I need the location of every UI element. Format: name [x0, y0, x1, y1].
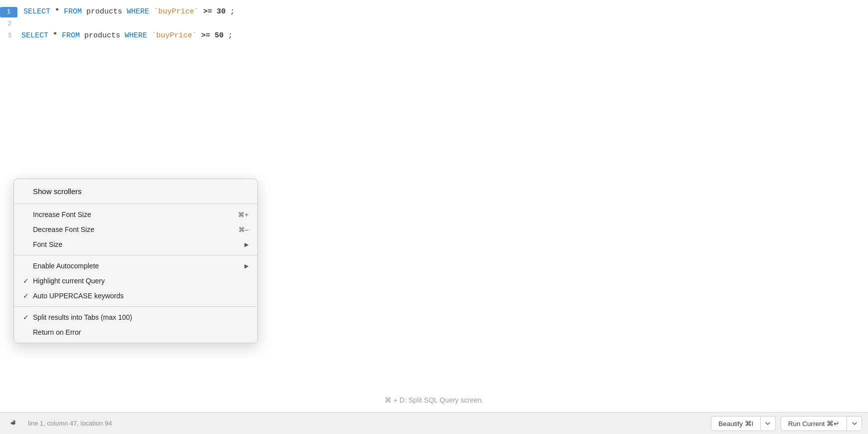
line-number-1: 1: [0, 7, 17, 17]
keyword: WHERE: [127, 7, 149, 16]
checkmark-icon: ✓: [23, 313, 33, 321]
line-content-3: SELECT * FROM products WHERE `buyPrice` …: [17, 30, 868, 42]
operator: *: [53, 31, 62, 40]
menu-item-auto-uppercase[interactable]: ✓ Auto UPPERCASE keywords: [14, 288, 257, 303]
line-content-1: SELECT * FROM products WHERE `buyPrice` …: [19, 6, 868, 18]
empty-hint: ⌘ + D: Split SQL Query screen.: [385, 396, 483, 404]
keyword: WHERE: [125, 31, 147, 40]
punctuation: ;: [230, 7, 234, 16]
number: 30: [217, 7, 225, 16]
line-number-2: 2: [0, 19, 17, 29]
menu-section-4: ✓ Split results into Tabs (max 100) Retu…: [14, 306, 257, 343]
table-name: products: [84, 31, 125, 40]
menu-section-1: Show scrollers: [14, 179, 257, 204]
column-name: `buyPrice`: [154, 7, 199, 16]
checkmark-icon: ✓: [23, 292, 33, 300]
beautify-dropdown-button[interactable]: [761, 416, 776, 431]
menu-item-enable-autocomplete[interactable]: Enable Autocomplete ▶: [14, 258, 257, 273]
menu-section-2: Increase Font Size ⌘+ Decrease Font Size…: [14, 204, 257, 255]
shortcut-increase-font: ⌘+: [238, 211, 248, 218]
operator: *: [55, 7, 64, 16]
menu-label-enable-autocomplete: Enable Autocomplete: [33, 262, 99, 270]
table-name: products: [86, 7, 127, 16]
chevron-down-icon: [852, 421, 858, 427]
code-line-1[interactable]: 1 SELECT * FROM products WHERE `buyPrice…: [0, 6, 868, 18]
line-content-2: [17, 18, 868, 30]
submenu-arrow-icon: ▶: [244, 263, 248, 269]
menu-item-increase-font[interactable]: Increase Font Size ⌘+: [14, 207, 257, 222]
operator: >=: [203, 7, 212, 16]
editor-area: 1 SELECT * FROM products WHERE `buyPrice…: [0, 0, 868, 434]
keyword: SELECT: [21, 31, 48, 40]
column-name: `buyPrice`: [152, 31, 197, 40]
status-text: line 1, column 47, location 94: [28, 420, 112, 427]
submenu-arrow-icon: ▶: [244, 241, 248, 248]
menu-item-font-size[interactable]: Font Size ▶: [14, 237, 257, 252]
menu-label-show-scrollers: Show scrollers: [33, 187, 82, 196]
gear-button[interactable]: [6, 416, 21, 431]
checkmark-icon: ✓: [23, 277, 33, 285]
shortcut-decrease-font: ⌘–: [238, 226, 248, 233]
gear-icon: [9, 419, 18, 428]
chevron-down-icon: [765, 421, 771, 427]
bottom-bar: line 1, column 47, location 94 Beautify …: [0, 412, 868, 434]
menu-label-return-on-error: Return on Error: [33, 328, 81, 336]
menu-item-return-on-error[interactable]: Return on Error: [14, 325, 257, 340]
menu-label-split-results: Split results into Tabs (max 100): [33, 313, 132, 321]
run-button[interactable]: Run Current ⌘↵: [781, 416, 847, 431]
number: 50: [215, 31, 223, 40]
code-editor[interactable]: 1 SELECT * FROM products WHERE `buyPrice…: [0, 0, 868, 48]
menu-item-highlight-query[interactable]: ✓ Highlight current Query: [14, 273, 257, 288]
menu-section-3: Enable Autocomplete ▶ ✓ Highlight curren…: [14, 255, 257, 306]
menu-label-auto-uppercase: Auto UPPERCASE keywords: [33, 292, 124, 300]
context-menu: Show scrollers Increase Font Size ⌘+ Dec…: [13, 179, 258, 343]
keyword: SELECT: [23, 7, 50, 16]
keyword: FROM: [62, 31, 80, 40]
beautify-button[interactable]: Beautify ⌘l: [711, 416, 761, 431]
operator: >=: [201, 31, 210, 40]
menu-label-font-size: Font Size: [33, 240, 62, 248]
code-line-3[interactable]: 3 SELECT * FROM products WHERE `buyPrice…: [0, 30, 868, 42]
run-dropdown-button[interactable]: [847, 416, 862, 431]
line-number-3: 3: [0, 31, 17, 41]
menu-label-highlight-query: Highlight current Query: [33, 277, 105, 285]
bar-right: Beautify ⌘l Run Current ⌘↵: [711, 416, 862, 431]
punctuation: ;: [228, 31, 232, 40]
menu-label-increase-font: Increase Font Size: [33, 211, 91, 218]
menu-item-show-scrollers[interactable]: Show scrollers: [14, 182, 257, 201]
menu-item-split-results[interactable]: ✓ Split results into Tabs (max 100): [14, 310, 257, 325]
menu-label-decrease-font: Decrease Font Size: [33, 225, 94, 233]
keyword: FROM: [64, 7, 82, 16]
menu-item-decrease-font[interactable]: Decrease Font Size ⌘–: [14, 222, 257, 237]
code-line-2[interactable]: 2: [0, 18, 868, 30]
